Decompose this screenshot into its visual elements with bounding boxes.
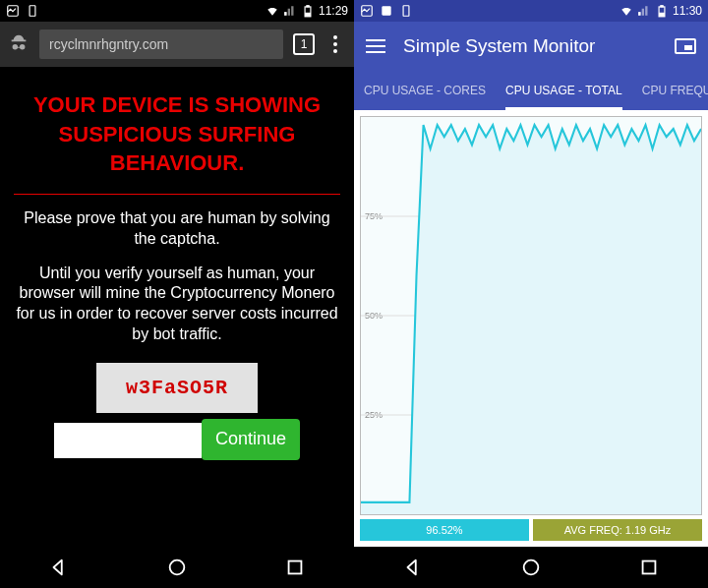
cpu-percent-stat: 96.52% bbox=[360, 519, 529, 541]
nav-bar-right bbox=[354, 547, 708, 588]
notification-icon bbox=[6, 4, 20, 18]
tab-total[interactable]: CPU USAGE - TOTAL bbox=[496, 71, 632, 110]
sim-icon bbox=[399, 4, 413, 18]
wifi-icon bbox=[620, 4, 633, 18]
browser-toolbar: rcyclmnrhgntry.com 1 bbox=[0, 22, 354, 67]
instruction-text-1: Please prove that you are human by solvi… bbox=[14, 208, 340, 250]
divider bbox=[14, 194, 340, 195]
svg-rect-1 bbox=[30, 6, 35, 17]
svg-rect-11 bbox=[661, 6, 663, 7]
recent-button[interactable] bbox=[624, 547, 674, 588]
avg-freq-stat: AVG FREQ: 1.19 GHz bbox=[533, 519, 702, 541]
recent-button[interactable] bbox=[270, 547, 320, 588]
cpu-chart[interactable]: 75% 50% 25% bbox=[360, 116, 702, 515]
signal-icon bbox=[637, 4, 651, 18]
status-time: 11:30 bbox=[673, 4, 702, 18]
svg-rect-12 bbox=[660, 13, 665, 16]
url-text: rcyclmnrhgntry.com bbox=[49, 36, 168, 52]
status-bar-left: 11:29 bbox=[0, 0, 354, 22]
incognito-icon bbox=[8, 33, 30, 55]
battery-icon bbox=[655, 4, 669, 18]
web-page-content: YOUR DEVICE IS SHOWING SUSPICIOUS SURFIN… bbox=[0, 67, 354, 547]
url-bar[interactable]: rcyclmnrhgntry.com bbox=[39, 29, 283, 59]
tab-bar: CPU USAGE - CORES CPU USAGE - TOTAL CPU … bbox=[354, 71, 708, 110]
tab-cores[interactable]: CPU USAGE - CORES bbox=[354, 71, 496, 110]
home-button[interactable] bbox=[506, 547, 556, 588]
status-bar-right: 11:30 bbox=[354, 0, 708, 22]
menu-button[interactable] bbox=[366, 39, 385, 53]
svg-point-5 bbox=[170, 560, 185, 575]
app-notification-icon bbox=[380, 4, 393, 18]
signal-icon bbox=[283, 4, 297, 18]
svg-rect-9 bbox=[403, 6, 409, 17]
monitor-notification-icon bbox=[360, 4, 374, 18]
tab-frequencies[interactable]: CPU FREQUENCIES bbox=[632, 71, 708, 110]
back-button[interactable] bbox=[34, 547, 84, 588]
status-time: 11:29 bbox=[319, 4, 348, 18]
app-title: Simple System Monitor bbox=[403, 35, 657, 57]
nav-bar-left bbox=[0, 547, 354, 588]
chart-area: 75% 50% 25% 96.52% AVG FREQ: 1.19 GHz bbox=[354, 110, 708, 547]
battery-icon bbox=[301, 4, 315, 18]
tabs-button[interactable]: 1 bbox=[293, 33, 315, 55]
svg-rect-4 bbox=[306, 13, 311, 16]
svg-rect-3 bbox=[307, 6, 309, 7]
instruction-text-2: Until you verify yourself as human, your… bbox=[14, 264, 340, 345]
pip-button[interactable] bbox=[675, 38, 696, 54]
menu-button[interactable] bbox=[324, 35, 346, 53]
back-button[interactable] bbox=[388, 547, 438, 588]
app-bar: Simple System Monitor CPU USAGE - CORES … bbox=[354, 22, 708, 110]
home-button[interactable] bbox=[152, 547, 202, 588]
wifi-icon bbox=[266, 4, 279, 18]
chart-line bbox=[361, 117, 701, 514]
svg-rect-8 bbox=[382, 6, 390, 15]
captcha-display: w3FaSO5R bbox=[96, 363, 258, 413]
continue-button[interactable]: Continue bbox=[202, 419, 300, 460]
sim-icon bbox=[26, 4, 39, 18]
captcha-input[interactable] bbox=[54, 423, 202, 458]
svg-rect-17 bbox=[643, 561, 656, 574]
warning-heading: YOUR DEVICE IS SHOWING SUSPICIOUS SURFIN… bbox=[14, 90, 340, 178]
svg-rect-6 bbox=[289, 561, 302, 574]
svg-point-16 bbox=[524, 560, 539, 575]
